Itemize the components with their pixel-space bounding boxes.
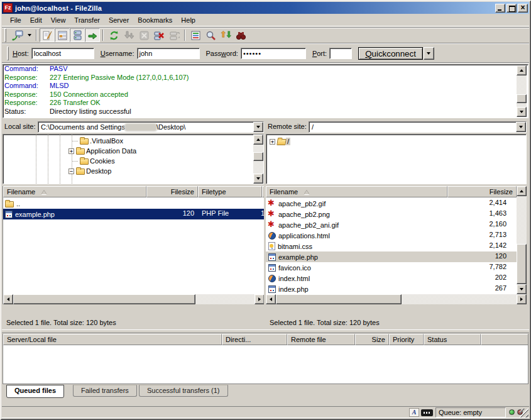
scroll-right-button[interactable]	[517, 294, 527, 304]
tree-item-desktop[interactable]: − Desktop	[68, 166, 112, 176]
scroll-down-button[interactable]	[517, 284, 527, 294]
queue-icon	[87, 30, 98, 41]
queue-column-server-local-file[interactable]: Server/Local file	[3, 334, 222, 345]
remote-list-vscrollbar[interactable]	[517, 186, 527, 294]
tab-queued-files[interactable]: Queued files	[6, 385, 64, 398]
scrollbar-thumb[interactable]	[276, 294, 402, 304]
log-scrollbar[interactable]	[517, 65, 527, 117]
scroll-left-button[interactable]	[266, 294, 276, 304]
toolbar-grip[interactable]	[4, 28, 6, 42]
local-tree-scrollbar[interactable]	[253, 135, 263, 184]
binoculars-icon	[236, 30, 246, 41]
toggle-local-tree-button[interactable]	[55, 28, 70, 42]
remote-row[interactable]: index.html 202	[266, 273, 517, 284]
queue-column-size[interactable]: Size	[355, 334, 389, 345]
menu-bookmarks[interactable]: Bookmarks	[133, 15, 177, 25]
scroll-up-button[interactable]	[517, 65, 527, 75]
arrow-down-icon	[520, 288, 523, 290]
disconnect-button[interactable]	[151, 28, 167, 42]
queue-column-remote-file[interactable]: Remote file	[287, 334, 355, 345]
quickconnect-grip[interactable]	[7, 47, 9, 60]
tree-item-application-data[interactable]: + Application Data	[68, 146, 138, 156]
remote-row[interactable]: bitnami.css 2,142	[266, 241, 517, 251]
quickconnect-dropdown[interactable]	[424, 47, 434, 60]
refresh-button[interactable]	[106, 28, 121, 42]
menu-help[interactable]: Help	[177, 15, 200, 25]
resize-grip[interactable]	[520, 409, 528, 417]
vertical-splitter[interactable]	[264, 121, 266, 329]
menu-transfer[interactable]: Transfer	[70, 15, 104, 25]
local-list-hscrollbar[interactable]	[3, 294, 264, 304]
remote-row-example-php-selected[interactable]: example.php 120	[266, 251, 517, 262]
menu-view[interactable]: View	[47, 15, 70, 25]
remote-row[interactable]: favicon.ico 7,782	[266, 262, 517, 273]
local-path-dropdown[interactable]	[253, 122, 263, 132]
toggle-remote-tree-button[interactable]	[70, 28, 85, 42]
remote-column-filename[interactable]: Filename	[266, 186, 447, 197]
site-manager-dropdown[interactable]	[25, 28, 33, 42]
maximize-button[interactable]	[506, 4, 517, 13]
remote-row[interactable]: apache_pb2.png 1,463	[266, 209, 517, 219]
find-files-button[interactable]	[233, 28, 248, 42]
toggle-message-log-button[interactable]	[40, 28, 55, 42]
remote-row[interactable]: apache_pb2_ani.gif 2,160	[266, 219, 517, 230]
scroll-right-button[interactable]	[255, 294, 264, 304]
menu-file[interactable]: File	[6, 15, 26, 25]
remote-row[interactable]: applications.html 2,713	[266, 230, 517, 241]
scroll-left-button[interactable]	[3, 294, 13, 304]
tree-item-root[interactable]: + /	[270, 136, 290, 146]
local-row-example-php[interactable]: example.php 120 PHP File 1	[3, 209, 264, 219]
tree-item-virtualbox[interactable]: .VirtualBox	[72, 136, 124, 146]
local-column-filename[interactable]: Filename	[3, 186, 146, 197]
username-input[interactable]: john	[137, 48, 200, 59]
tree-item-cookies[interactable]: Cookies	[72, 156, 116, 166]
local-column-filetype[interactable]: Filetype	[198, 186, 262, 197]
remote-path: /	[312, 123, 314, 131]
port-input[interactable]	[329, 48, 352, 59]
scroll-up-button[interactable]	[253, 135, 263, 145]
remote-list-hscrollbar[interactable]	[266, 294, 527, 304]
quickconnect-button[interactable]: Quickconnect	[358, 47, 423, 60]
queue-column-priority[interactable]: Priority	[389, 334, 424, 345]
scroll-down-button[interactable]	[517, 107, 527, 117]
scrollbar-thumb[interactable]	[517, 244, 527, 284]
queue-column-direction[interactable]: Directi...	[222, 334, 287, 345]
local-column-filesize[interactable]: Filesize	[146, 186, 198, 197]
remote-row[interactable]: index.php 267	[266, 284, 517, 294]
directory-filter-button[interactable]	[188, 28, 203, 42]
host-label: Host:	[13, 50, 29, 57]
file-size: 2,713	[447, 231, 506, 238]
remote-row[interactable]: apache_pb2.gif 2,414	[266, 198, 517, 209]
remote-path-dropdown[interactable]	[516, 122, 526, 132]
remote-column-filesize[interactable]: Filesize	[447, 186, 517, 197]
chevron-down-icon	[519, 126, 523, 128]
menu-edit[interactable]: Edit	[26, 15, 47, 25]
icon-file-icon	[268, 264, 276, 272]
arrow-left-icon	[270, 297, 272, 301]
local-row-parent-dir[interactable]: ..	[3, 198, 264, 209]
menu-server[interactable]: Server	[104, 15, 133, 25]
local-path-combo[interactable]: C:\Documents and Settings\Desktop\	[38, 121, 264, 133]
collapse-icon[interactable]: −	[68, 169, 74, 174]
tab-failed-transfers[interactable]: Failed transfers	[73, 385, 137, 397]
sync-browsing-button[interactable]	[218, 28, 233, 42]
site-manager-button[interactable]	[10, 28, 25, 42]
scroll-up-button[interactable]	[517, 186, 527, 196]
horizontal-splitter[interactable]	[2, 329, 529, 333]
queue-column-status[interactable]: Status	[424, 334, 481, 345]
scroll-down-button[interactable]	[253, 174, 263, 184]
scrollbar-thumb[interactable]	[13, 294, 195, 304]
chevron-down-icon	[427, 52, 430, 55]
tab-successful-transfers[interactable]: Successful transfers (1)	[139, 385, 228, 397]
scrollbar-thumb[interactable]	[253, 152, 263, 161]
scrollbar-thumb[interactable]	[517, 94, 527, 103]
host-input[interactable]: localhost	[31, 48, 94, 59]
password-input[interactable]: ••••••	[241, 48, 306, 59]
close-button[interactable]	[518, 4, 528, 13]
remote-path-combo[interactable]: /	[309, 121, 527, 133]
expand-icon[interactable]: +	[68, 148, 74, 154]
toggle-queue-button[interactable]	[85, 28, 100, 42]
search-button[interactable]	[203, 28, 218, 42]
expand-icon[interactable]: +	[270, 139, 275, 145]
minimize-button[interactable]	[495, 4, 505, 13]
